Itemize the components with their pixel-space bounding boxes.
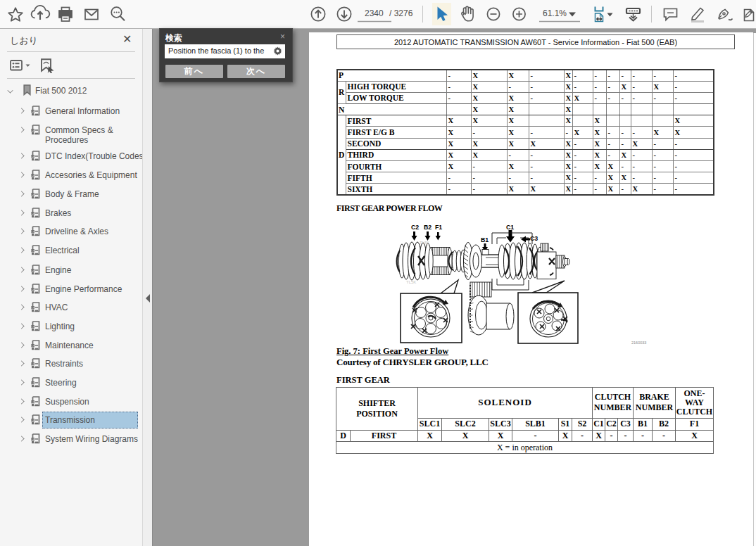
- svg-text:TL5K: TL5K: [420, 241, 429, 245]
- svg-text:2160033: 2160033: [631, 341, 646, 345]
- svg-text:TL5K: TL5K: [406, 280, 416, 284]
- svg-text:B1: B1: [481, 236, 489, 243]
- svg-text:C3: C3: [530, 235, 538, 242]
- svg-text:C1: C1: [506, 224, 514, 231]
- svg-text:F1: F1: [435, 224, 442, 231]
- svg-text:B2: B2: [424, 224, 431, 231]
- svg-text:C2: C2: [411, 224, 419, 231]
